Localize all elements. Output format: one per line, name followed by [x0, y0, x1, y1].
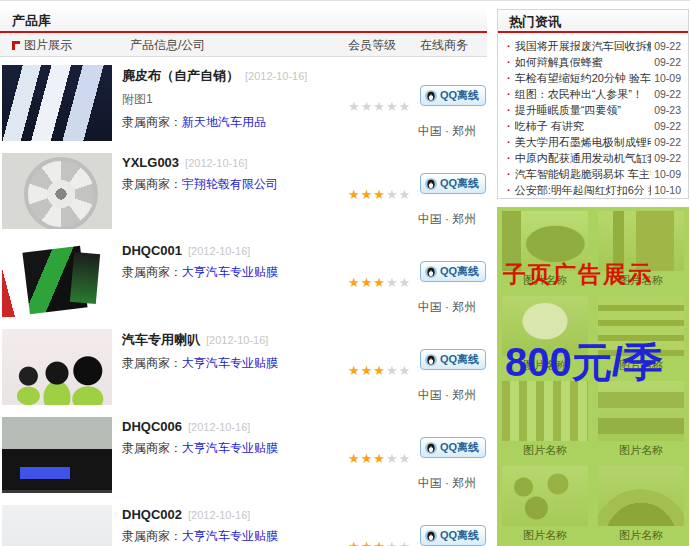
product-photo[interactable] — [2, 241, 112, 317]
ad-thumbnail-caption: 图片名称 — [598, 526, 684, 545]
product-title[interactable]: YXLG003[2012-10-16] — [122, 155, 342, 170]
qq-penguin-icon — [425, 90, 437, 102]
news-item[interactable]: · 提升睡眠质量“四要领” 09-23 — [507, 102, 681, 118]
news-item-date: 09-23 — [654, 104, 681, 116]
news-item-text: 公安部:明年起闯红灯扣6分 挡 — [515, 183, 651, 198]
product-title[interactable]: DHQC006[2012-10-16] — [122, 419, 342, 434]
product-title[interactable]: 麂皮布（自产自销）[2012-10-16] — [122, 67, 342, 85]
product-title[interactable]: DHQC001[2012-10-16] — [122, 243, 342, 258]
bullet-icon: · — [507, 152, 511, 164]
product-row: DHQC006[2012-10-16] 隶属商家：大亨汽车专业贴膜 ★★★★★ … — [0, 409, 487, 497]
product-photo[interactable] — [2, 505, 112, 546]
bullet-icon: · — [507, 168, 511, 180]
product-title[interactable]: DHQC002[2012-10-16] — [122, 507, 342, 522]
ad-thumbnail-caption: 图片名称 — [598, 441, 684, 460]
product-rows: 麂皮布（自产自销）[2012-10-16] 附图1 隶属商家：新天地汽车用品 ★… — [0, 57, 487, 546]
product-row: 麂皮布（自产自销）[2012-10-16] 附图1 隶属商家：新天地汽车用品 ★… — [0, 57, 487, 145]
product-photo[interactable] — [2, 329, 112, 405]
member-level-stars: ★★★★★ — [348, 539, 411, 546]
merchant-link[interactable]: 宇翔轮毂有限公司 — [182, 177, 278, 191]
ad-overlay-title: 子页广告展示 — [503, 259, 653, 290]
product-photo[interactable] — [2, 65, 112, 141]
product-row: DHQC001[2012-10-16] 隶属商家：大亨汽车专业贴膜 ★★★★★ … — [0, 233, 487, 321]
product-info: 麂皮布（自产自销）[2012-10-16] 附图1 隶属商家：新天地汽车用品 — [122, 67, 342, 131]
bullet-icon: · — [507, 56, 511, 68]
news-item-date: 10-10 — [654, 184, 681, 196]
qq-online-button[interactable]: QQ离线 — [420, 437, 486, 458]
column-header-image: 图片展示 — [12, 33, 72, 57]
merchant-line: 隶属商家：大亨汽车专业贴膜 — [122, 355, 342, 372]
news-item[interactable]: · 公安部:明年起闯红灯扣6分 挡 10-10 — [507, 182, 681, 198]
product-attachment-link[interactable]: 附图1 — [122, 91, 342, 108]
merchant-line: 隶属商家：大亨汽车专业贴膜 — [122, 528, 342, 545]
qq-online-button[interactable]: QQ离线 — [420, 173, 486, 194]
product-info: YXLG003[2012-10-16] 隶属商家：宇翔轮毂有限公司 — [122, 155, 342, 193]
news-item[interactable]: · 汽车智能钥匙脆弱易坏 车主需 10-09 — [507, 166, 681, 182]
news-title: 热门资讯 — [498, 10, 688, 33]
qq-penguin-icon — [425, 530, 437, 542]
news-item[interactable]: · 组图：农民种出“人参果”！ 09-22 — [507, 86, 681, 102]
product-date: [2012-10-16] — [188, 245, 250, 257]
ad-thumbnail-caption: 图片名称 — [502, 526, 588, 545]
merchant-link[interactable]: 新天地汽车用品 — [182, 115, 266, 129]
bullet-icon: · — [507, 88, 511, 100]
news-item-date: 09-22 — [654, 152, 681, 164]
column-header-online: 在线商务 — [420, 33, 468, 57]
ad-grid-cell: 图片名称 — [593, 462, 689, 546]
qq-online-button[interactable]: QQ离线 — [420, 85, 486, 106]
merchant-link[interactable]: 大亨汽车专业贴膜 — [182, 356, 278, 370]
red-corner-icon — [12, 41, 20, 50]
ad-thumbnail-image — [502, 381, 588, 441]
news-item[interactable]: · 吃柿子 有讲究 09-22 — [507, 118, 681, 134]
merchant-link[interactable]: 大亨汽车专业贴膜 — [182, 529, 278, 543]
ad-overlay-price: 800元/季 — [505, 335, 663, 390]
column-header-info: 产品信息/公司 — [130, 33, 205, 57]
qq-online-button[interactable]: QQ离线 — [420, 525, 486, 546]
news-item[interactable]: · 车检有望缩短约20分钟 验车将 10-09 — [507, 70, 681, 86]
qq-online-button[interactable]: QQ离线 — [420, 349, 486, 370]
news-item[interactable]: · 如何辩解真假蜂蜜 09-22 — [507, 54, 681, 70]
ad-banner[interactable]: 图片名称 图片名称 图片名称 图片名称 图片名称 图片名称 — [497, 207, 689, 546]
product-library-panel: 产品库 图片展示 产品信息/公司 会员等级 在线商务 麂皮布（自产自销）[201… — [0, 9, 487, 546]
product-photo[interactable] — [2, 417, 112, 493]
news-item-date: 09-22 — [654, 40, 681, 52]
qq-online-button[interactable]: QQ离线 — [420, 261, 486, 282]
product-photo[interactable] — [2, 153, 112, 229]
merchant-line: 隶属商家：新天地汽车用品 — [122, 114, 342, 131]
location-text: 中国 · 郑州 — [408, 211, 486, 228]
member-level-stars: ★★★★★ — [348, 187, 411, 202]
product-title[interactable]: 汽车专用喇叭[2012-10-16] — [122, 331, 342, 349]
news-item-text: 组图：农民种出“人参果”！ — [515, 87, 651, 102]
bullet-icon: · — [507, 120, 511, 132]
merchant-link[interactable]: 大亨汽车专业贴膜 — [182, 441, 278, 455]
news-item[interactable]: · 美大学用石墨烯电极制成锂电 09-22 — [507, 134, 681, 150]
page: 产品库 图片展示 产品信息/公司 会员等级 在线商务 麂皮布（自产自销）[201… — [0, 0, 690, 546]
member-level-stars: ★★★★★ — [348, 451, 411, 466]
news-item-text: 汽车智能钥匙脆弱易坏 车主需 — [515, 167, 651, 182]
news-item-text: 美大学用石墨烯电极制成锂电 — [515, 135, 651, 150]
product-info: DHQC006[2012-10-16] 隶属商家：大亨汽车专业贴膜 — [122, 419, 342, 457]
qq-penguin-icon — [425, 354, 437, 366]
product-date: [2012-10-16] — [188, 421, 250, 433]
merchant-link[interactable]: 大亨汽车专业贴膜 — [182, 265, 278, 279]
news-item[interactable]: · 中原内配获通用发动机气缸套 09-22 — [507, 150, 681, 166]
product-date: [2012-10-16] — [185, 157, 247, 169]
news-list: · 我国将开展报废汽车回收拆解 09-22 · 如何辩解真假蜂蜜 09-22 ·… — [498, 33, 688, 198]
location-text: 中国 · 郑州 — [408, 299, 486, 316]
news-item-date: 09-22 — [654, 88, 681, 100]
location-text: 中国 · 郑州 — [408, 387, 486, 404]
product-info: DHQC002[2012-10-16] 隶属商家：大亨汽车专业贴膜 — [122, 507, 342, 545]
product-row: YXLG003[2012-10-16] 隶属商家：宇翔轮毂有限公司 ★★★★★ … — [0, 145, 487, 233]
news-item[interactable]: · 我国将开展报废汽车回收拆解 09-22 — [507, 38, 681, 54]
news-item-text: 中原内配获通用发动机气缸套 — [515, 151, 651, 166]
ad-thumbnail-image — [598, 466, 684, 526]
bullet-icon: · — [507, 136, 511, 148]
merchant-line: 隶属商家：大亨汽车专业贴膜 — [122, 264, 342, 281]
product-date: [2012-10-16] — [188, 509, 250, 521]
ad-thumbnail-image — [502, 466, 588, 526]
product-date: [2012-10-16] — [245, 70, 307, 82]
panel-title: 产品库 — [0, 9, 487, 33]
hot-news-box: 热门资讯 · 我国将开展报废汽车回收拆解 09-22 · 如何辩解真假蜂蜜 09… — [497, 9, 689, 199]
bullet-icon: · — [507, 104, 511, 116]
bullet-icon: · — [507, 40, 511, 52]
